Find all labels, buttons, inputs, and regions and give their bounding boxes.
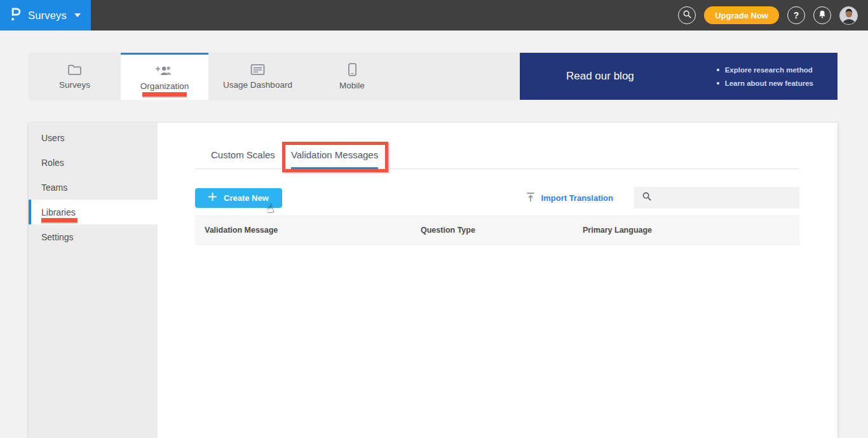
- libraries-content: Custom Scales Validation Messages Create…: [158, 123, 837, 438]
- banner-bullet: Explore research method: [717, 66, 813, 74]
- import-translation-label: Import Translation: [541, 193, 613, 203]
- header-actions: Upgrade Now ?: [678, 6, 868, 25]
- import-translation-link[interactable]: Import Translation: [526, 192, 613, 204]
- annotation-underline: [41, 218, 78, 222]
- help-button[interactable]: ?: [787, 6, 805, 24]
- help-icon: ?: [794, 10, 799, 20]
- column-header-primary-language: Primary Language: [583, 226, 799, 235]
- sidebar-item-users[interactable]: Users: [29, 125, 158, 150]
- sidebar-item-label: Users: [41, 133, 65, 143]
- nav-tab-usage-dashboard[interactable]: Usage Dashboard: [208, 53, 307, 100]
- secondary-nav: Surveys Organization: [29, 53, 837, 100]
- column-header-validation-message: Validation Message: [195, 226, 421, 235]
- banner-bullet-list: Explore research method Learn about new …: [717, 66, 813, 87]
- nav-tab-organization[interactable]: Organization: [121, 53, 208, 100]
- sidebar-item-roles[interactable]: Roles: [29, 150, 158, 175]
- column-header-question-type: Question Type: [421, 226, 583, 235]
- product-switcher[interactable]: Surveys: [0, 0, 91, 31]
- create-new-label: Create New: [224, 193, 269, 203]
- nav-tab-label: Surveys: [59, 80, 90, 90]
- product-name: Surveys: [28, 10, 67, 22]
- mobile-icon: [348, 63, 356, 76]
- upload-icon: [526, 192, 535, 204]
- avatar-photo-icon: [840, 7, 858, 25]
- table-search[interactable]: [634, 187, 799, 209]
- tab-label: Custom Scales: [211, 149, 275, 160]
- tab-label: Validation Messages: [291, 149, 378, 160]
- notifications-button[interactable]: [813, 6, 831, 24]
- tab-validation-messages[interactable]: Validation Messages: [291, 143, 378, 168]
- folder-icon: [67, 64, 82, 76]
- bell-icon: [818, 10, 827, 21]
- search-icon: [642, 191, 652, 204]
- nav-tab-label: Mobile: [339, 81, 365, 90]
- nav-tab-mobile[interactable]: Mobile: [307, 53, 397, 100]
- nav-tab-label: Usage Dashboard: [223, 80, 292, 90]
- chevron-down-icon: [74, 13, 81, 17]
- avatar[interactable]: [839, 6, 858, 25]
- toolbar: Create New ☝ Import Translation: [195, 187, 799, 209]
- content-panel: Users Roles Teams Libraries Settings Cus…: [29, 123, 837, 438]
- nav-tab-strip: Surveys Organization: [29, 53, 520, 100]
- library-tabs: Custom Scales Validation Messages: [195, 143, 799, 169]
- upgrade-button[interactable]: Upgrade Now: [704, 6, 779, 24]
- nav-tab-surveys[interactable]: Surveys: [29, 53, 121, 100]
- annotation-underline: [142, 92, 187, 97]
- search-icon: [682, 10, 692, 21]
- table-header-row: Validation Message Question Type Primary…: [195, 216, 799, 245]
- banner-title: Read our blog: [566, 70, 634, 83]
- tab-custom-scales[interactable]: Custom Scales: [211, 143, 275, 168]
- search-input[interactable]: [657, 187, 799, 209]
- sidebar-item-teams[interactable]: Teams: [29, 175, 158, 200]
- search-button[interactable]: [678, 6, 696, 24]
- dashboard-icon: [250, 64, 265, 76]
- sidebar-item-libraries[interactable]: Libraries: [29, 200, 158, 224]
- sidebar-item-label: Settings: [41, 232, 74, 242]
- questionpro-logo-icon: [10, 6, 22, 24]
- nav-tab-label: Organization: [140, 81, 189, 91]
- plus-icon: [208, 193, 217, 203]
- banner-bullet: Learn about new features: [717, 79, 813, 87]
- sidebar-item-label: Teams: [41, 182, 67, 193]
- toolbar-right: Import Translation: [526, 187, 799, 209]
- settings-sidebar: Users Roles Teams Libraries Settings: [29, 123, 158, 438]
- sidebar-item-settings[interactable]: Settings: [29, 224, 158, 249]
- sidebar-item-label: Roles: [41, 158, 64, 168]
- blog-banner[interactable]: Read our blog Explore research method Le…: [520, 53, 837, 100]
- top-header: Surveys Upgrade Now ?: [0, 0, 868, 31]
- sidebar-item-label: Libraries: [41, 207, 76, 217]
- add-users-icon: [156, 64, 173, 77]
